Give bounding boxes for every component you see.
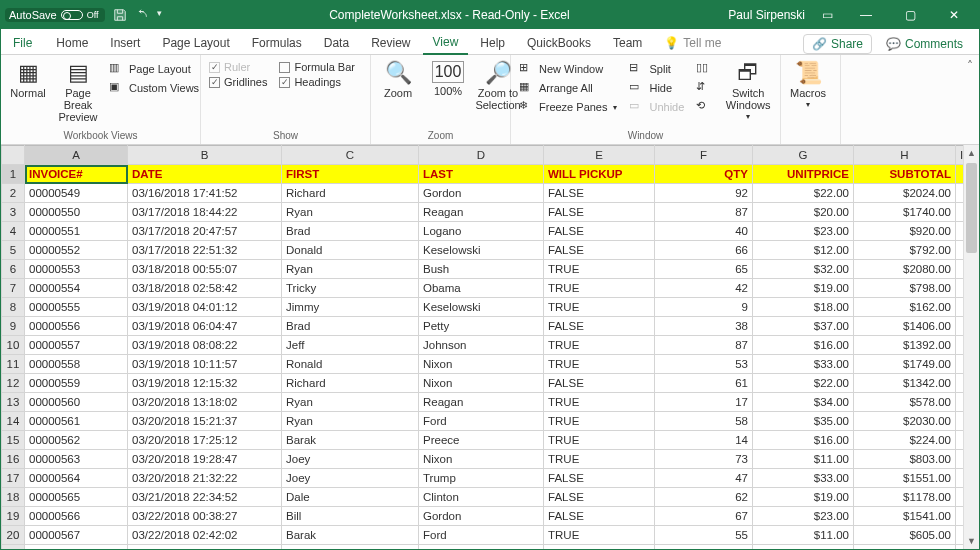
- tab-team[interactable]: Team: [603, 32, 652, 54]
- cell[interactable]: $37.00: [753, 317, 854, 336]
- user-name[interactable]: Paul Sirpenski: [728, 8, 805, 22]
- cell[interactable]: TRUE: [544, 450, 655, 469]
- cell[interactable]: Joey: [282, 450, 419, 469]
- cell[interactable]: 00000551: [25, 222, 128, 241]
- tab-insert[interactable]: Insert: [100, 32, 150, 54]
- row-header[interactable]: 19: [2, 507, 25, 526]
- cell[interactable]: Ford: [419, 526, 544, 545]
- cell[interactable]: INVOICE#: [25, 165, 128, 184]
- data-row[interactable]: 70000055403/18/2018 02:58:42TrickyObamaT…: [2, 279, 968, 298]
- tab-review[interactable]: Review: [361, 32, 420, 54]
- comments-button[interactable]: 💬 Comments: [878, 35, 971, 53]
- row-header[interactable]: 16: [2, 450, 25, 469]
- cell[interactable]: Ryan: [282, 203, 419, 222]
- cell[interactable]: $22.00: [753, 184, 854, 203]
- cell[interactable]: Reagan: [419, 393, 544, 412]
- cell[interactable]: 03/19/2018 10:11:57: [128, 355, 282, 374]
- arrange-all-button[interactable]: ▦Arrange All: [519, 80, 617, 96]
- cell[interactable]: 42: [655, 279, 753, 298]
- scroll-up-icon[interactable]: ▲: [964, 145, 979, 161]
- autosave-toggle[interactable]: AutoSave Off: [5, 8, 105, 22]
- cell[interactable]: 03/20/2018 15:21:37: [128, 412, 282, 431]
- cell[interactable]: 03/22/2018 00:38:27: [128, 507, 282, 526]
- cell[interactable]: Bush: [419, 260, 544, 279]
- page-break-button[interactable]: ▤ Page Break Preview: [53, 57, 103, 123]
- cell[interactable]: $792.00: [854, 241, 956, 260]
- row-header[interactable]: 5: [2, 241, 25, 260]
- cell[interactable]: Nixon: [419, 450, 544, 469]
- row-header[interactable]: 7: [2, 279, 25, 298]
- row-header[interactable]: 11: [2, 355, 25, 374]
- ribbon-options-icon[interactable]: ▭: [815, 8, 839, 22]
- cell[interactable]: $32.00: [753, 260, 854, 279]
- cell[interactable]: $1541.00: [854, 507, 956, 526]
- cell[interactable]: 55: [655, 526, 753, 545]
- data-row[interactable]: 180000056503/21/2018 22:34:52DaleClinton…: [2, 488, 968, 507]
- undo-icon[interactable]: [135, 8, 149, 22]
- cell[interactable]: $12.00: [753, 241, 854, 260]
- cell[interactable]: QTY: [655, 165, 753, 184]
- tell-me[interactable]: 💡 Tell me: [654, 32, 731, 54]
- cell[interactable]: 03/18/2018 02:58:42: [128, 279, 282, 298]
- cell[interactable]: 00000562: [25, 431, 128, 450]
- cell[interactable]: TRUE: [544, 412, 655, 431]
- select-all-cell[interactable]: [2, 146, 25, 165]
- cell[interactable]: Tricky: [282, 279, 419, 298]
- cell[interactable]: 03/19/2018 12:15:32: [128, 374, 282, 393]
- cell[interactable]: SUBTOTAL: [854, 165, 956, 184]
- cell[interactable]: 58: [655, 412, 753, 431]
- spreadsheet[interactable]: ABCDEFGHI 1INVOICE#DATEFIRSTLASTWILL PIC…: [1, 145, 968, 549]
- cell[interactable]: $18.00: [753, 298, 854, 317]
- cell[interactable]: Petty: [419, 317, 544, 336]
- cell[interactable]: 00000556: [25, 317, 128, 336]
- cell[interactable]: $23.00: [753, 507, 854, 526]
- macros-button[interactable]: 📜Macros▾: [783, 57, 833, 110]
- cell[interactable]: Barak: [282, 526, 419, 545]
- collapse-ribbon-icon[interactable]: ˄: [967, 59, 973, 73]
- cell[interactable]: FALSE: [544, 317, 655, 336]
- cell[interactable]: 53: [655, 355, 753, 374]
- cell[interactable]: $23.00: [753, 222, 854, 241]
- tab-view[interactable]: View: [423, 31, 469, 55]
- scroll-down-icon[interactable]: ▼: [964, 533, 979, 549]
- cell[interactable]: $2030.00: [854, 412, 956, 431]
- cell[interactable]: 03/16/2018 17:41:52: [128, 184, 282, 203]
- cell[interactable]: Obama: [419, 279, 544, 298]
- cell[interactable]: Joey: [282, 469, 419, 488]
- formula-bar-checkbox[interactable]: Formula Bar: [279, 61, 355, 73]
- cell[interactable]: FIRST: [282, 165, 419, 184]
- cell[interactable]: $605.00: [854, 526, 956, 545]
- cell[interactable]: 03/19/2018 04:01:12: [128, 298, 282, 317]
- cell[interactable]: Ryan: [282, 260, 419, 279]
- cell[interactable]: 03/17/2018 22:51:32: [128, 241, 282, 260]
- hide-button[interactable]: ▭Hide: [629, 80, 684, 96]
- header-row[interactable]: 1INVOICE#DATEFIRSTLASTWILL PICKUPQTYUNIT…: [2, 165, 968, 184]
- cell[interactable]: Preece: [419, 431, 544, 450]
- row-header[interactable]: 18: [2, 488, 25, 507]
- col-header-D[interactable]: D: [419, 146, 544, 165]
- tab-file[interactable]: File: [9, 32, 44, 54]
- row-header[interactable]: 20: [2, 526, 25, 545]
- cell[interactable]: $224.00: [854, 431, 956, 450]
- cell[interactable]: $19.00: [753, 279, 854, 298]
- cell[interactable]: 00000567: [25, 526, 128, 545]
- cell[interactable]: Brad: [282, 545, 419, 550]
- cell[interactable]: 00000565: [25, 488, 128, 507]
- save-icon[interactable]: [113, 8, 127, 22]
- cell[interactable]: TRUE: [544, 279, 655, 298]
- cell[interactable]: 00000563: [25, 450, 128, 469]
- cell[interactable]: $33.00: [753, 469, 854, 488]
- cell[interactable]: 65: [655, 260, 753, 279]
- cell[interactable]: 03/19/2018 08:08:22: [128, 336, 282, 355]
- cell[interactable]: 00000558: [25, 355, 128, 374]
- row-header[interactable]: 6: [2, 260, 25, 279]
- gridlines-checkbox[interactable]: Gridlines: [209, 76, 267, 88]
- cell[interactable]: 87: [655, 203, 753, 222]
- cell[interactable]: FALSE: [544, 241, 655, 260]
- cell[interactable]: $1342.00: [854, 374, 956, 393]
- col-header-A[interactable]: A: [25, 146, 128, 165]
- row-header[interactable]: 17: [2, 469, 25, 488]
- view-side-icon[interactable]: ▯▯: [696, 61, 712, 77]
- scroll-thumb[interactable]: [966, 163, 977, 253]
- col-header-H[interactable]: H: [854, 146, 956, 165]
